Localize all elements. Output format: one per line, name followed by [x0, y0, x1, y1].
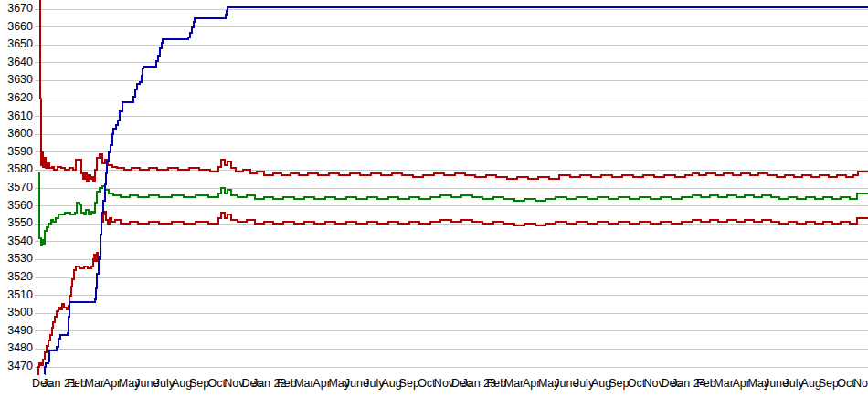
y-axis-label: 3590: [0, 146, 33, 158]
y-axis-label: 3570: [0, 182, 33, 193]
y-axis-label: 3650: [0, 38, 33, 50]
y-axis-label: 3550: [0, 217, 33, 229]
y-axis-label: 3500: [0, 307, 33, 319]
x-axis-label: Oct: [628, 378, 645, 390]
x-axis-label: Sep: [819, 378, 839, 390]
y-axis-label: 3620: [0, 92, 33, 104]
x-axis-label: Mar: [504, 378, 524, 390]
blue-step-line: [45, 7, 868, 374]
y-axis-label: 3520: [0, 271, 33, 283]
y-axis-label: 3670: [0, 3, 33, 15]
green-line: [38, 173, 868, 245]
x-axis-label: Mar: [294, 378, 314, 390]
x-axis-label: Sep: [189, 378, 209, 390]
y-axis-label: 3640: [0, 57, 33, 68]
y-axis-label: 3530: [0, 253, 33, 265]
y-axis-label: 3470: [0, 360, 33, 372]
x-axis-label: Oct: [208, 378, 226, 390]
y-axis-label: 3480: [0, 342, 33, 354]
y-axis-label: 3660: [0, 21, 33, 33]
y-axis-label: 3580: [0, 163, 33, 175]
x-axis-label: Oct: [418, 378, 435, 390]
y-axis-label: 3490: [0, 325, 33, 337]
x-axis-label: Sep: [399, 378, 419, 390]
y-axis-label: 3630: [0, 74, 33, 86]
y-axis-label: 3560: [0, 200, 33, 212]
y-axis-label: 3510: [0, 289, 33, 301]
x-axis-label: Oct: [837, 378, 854, 390]
lower-red-line: [37, 212, 868, 374]
x-axis-label: Mar: [714, 378, 734, 390]
x-axis-label: Nov: [853, 378, 868, 390]
y-axis-label: 3600: [0, 128, 33, 140]
time-series-chart: 3470348034903500351035203530354035503560…: [0, 0, 868, 397]
x-axis-label: Mar: [85, 378, 105, 390]
plot-area: [0, 0, 868, 397]
x-axis-label: Sep: [609, 378, 629, 390]
y-axis-label: 3540: [0, 235, 33, 247]
y-axis-label: 3610: [0, 110, 33, 122]
